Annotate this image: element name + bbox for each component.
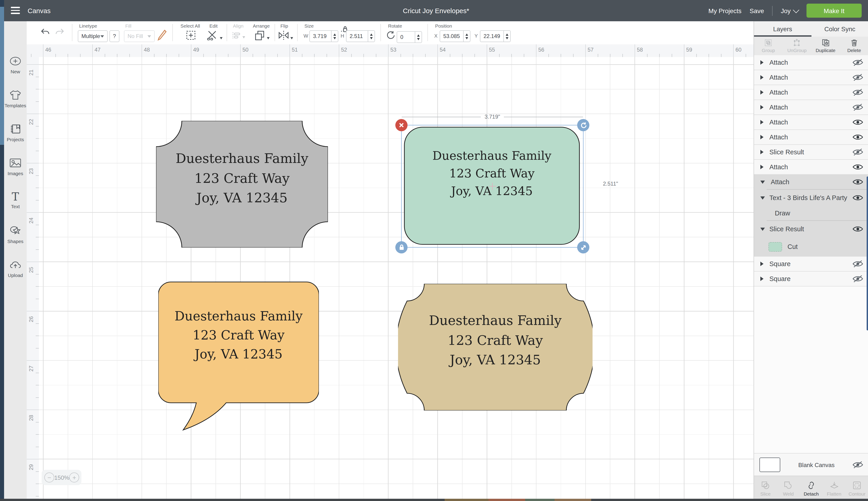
- sidebar-item-images[interactable]: Images: [4, 150, 27, 183]
- left-edge-scrollbar[interactable]: [0, 0, 4, 501]
- layer-row-attach[interactable]: Attach: [754, 160, 868, 175]
- arrange-icon[interactable]: [254, 30, 270, 42]
- height-input[interactable]: 2.511: [346, 30, 375, 42]
- sidebar-item-projects[interactable]: Projects: [4, 116, 27, 149]
- pen-swatch-icon[interactable]: [157, 29, 167, 43]
- caret-down-icon[interactable]: [760, 196, 765, 199]
- caret-down-icon[interactable]: [760, 227, 765, 231]
- caret-right-icon[interactable]: [760, 277, 763, 281]
- tab-layers[interactable]: Layers: [754, 21, 811, 37]
- visibility-on-icon[interactable]: [853, 119, 863, 126]
- caret-down-icon[interactable]: [760, 180, 765, 183]
- rotate-icon[interactable]: [386, 31, 395, 42]
- undo-icon[interactable]: [40, 28, 50, 39]
- layer-row-slice-result[interactable]: Slice Result: [754, 145, 868, 160]
- stepper-arrows[interactable]: [503, 31, 510, 42]
- tan-ornate-plaque-shape[interactable]: Duesterhaus Family 123 Craft Way Joy, VA…: [398, 284, 593, 411]
- align-icon[interactable]: [232, 31, 245, 41]
- visibility-off-icon[interactable]: [853, 59, 863, 66]
- tab-color-sync[interactable]: Color Sync: [811, 21, 868, 37]
- orange-speech-bubble-shape[interactable]: Duesterhaus Family 123 Craft Way Joy, VA…: [158, 281, 319, 432]
- sidebar-item-text[interactable]: T Text: [4, 184, 27, 217]
- layer-row-attach[interactable]: Attach: [754, 100, 868, 115]
- linetype-dropdown[interactable]: Multiple: [78, 30, 108, 42]
- detach-button[interactable]: Detach: [800, 476, 823, 501]
- flatten-button[interactable]: Flatten: [823, 476, 846, 501]
- layer-row-attach-expanded[interactable]: Attach: [754, 175, 868, 189]
- layer-row-attach[interactable]: Attach: [754, 115, 868, 130]
- ungroup-button[interactable]: UnGroup: [783, 37, 812, 55]
- visibility-on-icon[interactable]: [853, 178, 863, 185]
- caret-right-icon[interactable]: [760, 90, 763, 95]
- sidebar-item-new[interactable]: New: [4, 49, 27, 81]
- rotate-handle[interactable]: [577, 119, 589, 131]
- redo-icon[interactable]: [55, 28, 65, 39]
- visibility-on-icon[interactable]: [853, 194, 863, 201]
- zoom-in-button[interactable]: +: [69, 472, 79, 482]
- layer-row-square[interactable]: Square: [754, 256, 868, 271]
- visibility-off-icon[interactable]: [853, 260, 863, 267]
- sidebar-item-upload[interactable]: Upload: [4, 252, 27, 285]
- caret-right-icon[interactable]: [760, 60, 763, 65]
- visibility-off-icon[interactable]: [853, 74, 863, 81]
- rotate-input[interactable]: 0: [397, 31, 422, 43]
- visibility-off-icon[interactable]: [853, 461, 863, 468]
- group-button[interactable]: Group: [754, 37, 783, 55]
- zoom-out-button[interactable]: −: [44, 472, 54, 482]
- visibility-off-icon[interactable]: [853, 104, 863, 111]
- color-swatch[interactable]: [769, 242, 782, 252]
- caret-right-icon[interactable]: [760, 135, 763, 139]
- caret-right-icon[interactable]: [760, 120, 763, 125]
- visibility-on-icon[interactable]: [853, 225, 863, 233]
- position-x-input[interactable]: 53.085: [440, 30, 470, 42]
- delete-handle[interactable]: [395, 119, 408, 131]
- visibility-off-icon[interactable]: [853, 275, 863, 283]
- caret-right-icon[interactable]: [760, 150, 763, 154]
- blank-canvas-row[interactable]: Blank Canvas: [754, 453, 868, 476]
- gray-scalloped-label-shape[interactable]: Duesterhaus Family 123 Craft Way Joy, VA…: [156, 121, 328, 247]
- stepper-arrows[interactable]: [463, 31, 470, 42]
- duplicate-button[interactable]: Duplicate: [811, 37, 840, 55]
- layer-row-text[interactable]: Text - 3 Birds Life's A Party: [754, 190, 868, 206]
- stepper-arrows[interactable]: [368, 31, 375, 42]
- position-y-input[interactable]: 22.149: [480, 30, 511, 42]
- visibility-on-icon[interactable]: [853, 134, 863, 141]
- edit-scissors-pencil-icon[interactable]: [207, 30, 223, 42]
- layer-row-draw-operation[interactable]: Draw: [754, 206, 868, 221]
- visibility-off-icon[interactable]: [853, 89, 863, 96]
- sidebar-item-templates[interactable]: Templates: [4, 82, 27, 115]
- layer-row-square[interactable]: Square: [754, 271, 868, 287]
- save-link[interactable]: Save: [750, 7, 764, 14]
- caret-right-icon[interactable]: [760, 105, 763, 109]
- machine-selector[interactable]: Joy: [781, 7, 798, 14]
- layer-row-attach[interactable]: Attach: [754, 70, 868, 85]
- select-all-icon[interactable]: [186, 30, 196, 42]
- stepper-arrows[interactable]: [331, 31, 338, 42]
- visibility-off-icon[interactable]: [853, 148, 863, 156]
- layer-row-slice-result-expanded[interactable]: Slice Result: [754, 221, 868, 237]
- design-canvas[interactable]: Duesterhaus Family 123 Craft Way Joy, VA…: [39, 57, 753, 499]
- caret-right-icon[interactable]: [760, 262, 763, 266]
- width-input[interactable]: 3.719: [310, 30, 338, 42]
- stepper-arrows[interactable]: [415, 32, 422, 43]
- sidebar-item-shapes[interactable]: Shapes: [4, 218, 27, 251]
- linetype-help-button[interactable]: ?: [109, 30, 119, 42]
- weld-button[interactable]: Weld: [777, 476, 800, 501]
- delete-button[interactable]: Delete: [840, 37, 868, 55]
- resize-handle[interactable]: [577, 241, 589, 254]
- visibility-on-icon[interactable]: [853, 163, 863, 171]
- hamburger-menu-icon[interactable]: [11, 7, 20, 14]
- panel-scrollbar-thumb[interactable]: [867, 177, 868, 330]
- my-projects-link[interactable]: My Projects: [708, 7, 741, 14]
- make-it-button[interactable]: Make It: [806, 4, 862, 18]
- left-edge-scrollbar-thumb[interactable]: [0, 7, 4, 145]
- contour-button[interactable]: Contour: [846, 476, 868, 501]
- slice-button[interactable]: Slice: [754, 476, 777, 501]
- caret-right-icon[interactable]: [760, 165, 763, 169]
- fill-dropdown[interactable]: No Fill: [124, 30, 155, 42]
- caret-right-icon[interactable]: [760, 75, 763, 79]
- flip-icon[interactable]: [278, 30, 293, 42]
- layer-row-cut-operation[interactable]: Cut: [754, 237, 868, 256]
- layer-row-attach[interactable]: Attach: [754, 130, 868, 145]
- layer-row-attach[interactable]: Attach: [754, 55, 868, 70]
